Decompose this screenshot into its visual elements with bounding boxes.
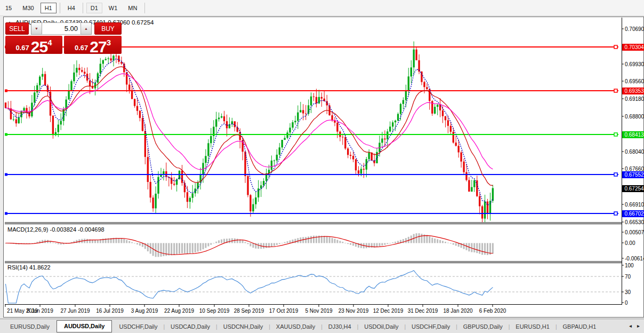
sell-price-box[interactable]: 0.67 25 4: [5, 36, 62, 54]
price-axis-label: 0.66910: [625, 201, 644, 208]
tab-usdchf-daily[interactable]: USDCHF,Daily: [113, 322, 163, 332]
price-axis-label: 0.68800: [625, 113, 644, 120]
buy-price-big: 27: [90, 39, 106, 54]
date-axis-label: 6 Feb 2020: [479, 308, 506, 314]
rsi-line: [6, 271, 493, 303]
tab-usdcad-daily[interactable]: USDCAD,Daily: [165, 322, 216, 332]
sell-price-prefix: 0.67: [15, 44, 29, 52]
price-axis-label: 0.67552: [622, 171, 644, 178]
date-axis-label: 3 Aug 2019: [131, 308, 158, 314]
date-axis-label: 5 Nov 2019: [305, 308, 332, 314]
pane-borders: [5, 18, 622, 305]
volume-stepper-up[interactable]: ▲: [81, 22, 92, 35]
rsi-indicator-label: RSI(14) 41.8622: [7, 264, 51, 271]
rsi-axis-label: 30: [625, 289, 631, 296]
price-axis-label: 0.66702: [622, 210, 644, 217]
date-axis-label: 16 Jul 2019: [96, 308, 124, 314]
date-axis-label: 10 Sep 2019: [199, 308, 230, 314]
date-axis-label: 12 Dec 2019: [373, 308, 404, 314]
tab-usdchf-daily[interactable]: USDCHF,Daily: [406, 322, 456, 332]
timeframe-d1[interactable]: D1: [86, 3, 102, 13]
buy-button[interactable]: BUY: [94, 22, 122, 35]
macd-axis-label: 0.005076: [625, 229, 644, 236]
rsi-axis-label: 0: [625, 299, 628, 306]
horizontal-line-objects[interactable]: [5, 45, 618, 215]
sell-price-big: 25: [31, 39, 47, 54]
tab-scroll-arrows: ◂▸: [624, 323, 640, 329]
chart-tabs-row: EURUSD,DailyAUDUSD,DailyUSDCHF,Daily|USD…: [0, 319, 644, 332]
timeframe-w1[interactable]: W1: [104, 3, 122, 13]
timeframe-h4[interactable]: H4: [63, 3, 79, 13]
price-axis-label: 0.69560: [625, 78, 644, 85]
toolbar-separator: [83, 3, 83, 13]
price-axis-label: 0.66530: [625, 219, 644, 226]
toolbar-separator: [144, 3, 145, 13]
macd-histogram: [5, 233, 494, 257]
toolbar-separator: [60, 3, 60, 13]
tab-audusd-daily[interactable]: AUDUSD,Daily: [57, 320, 112, 332]
date-axis-label: 18 Jan 2020: [443, 308, 472, 314]
tab-eurusd-daily[interactable]: EURUSD,Daily: [4, 322, 55, 332]
macd-axis-label: -0.00614: [625, 255, 644, 262]
current-price-label: 0.67254: [622, 185, 644, 192]
volume-input[interactable]: 5.00: [42, 22, 81, 35]
timeframe-toolbar: 15M30H1H4D1W1MN: [0, 0, 644, 16]
price-axis-label: 0.69180: [625, 96, 644, 102]
arrow-down-icon: ▼: [35, 27, 38, 30]
buy-price-box[interactable]: 0.67 27 3: [64, 36, 122, 54]
arrow-up-icon: ▲: [84, 27, 88, 30]
macd-axis-label: 0.00: [625, 240, 635, 247]
rsi-axis-label: 70: [625, 273, 631, 280]
sell-price-sup: 4: [47, 38, 52, 47]
date-axis-label: 23 Nov 2019: [339, 308, 369, 314]
price-axis-label: 0.68413: [622, 131, 644, 138]
date-axis-label: 31 Dec 2019: [408, 308, 438, 314]
timeframe-mn[interactable]: MN: [124, 3, 141, 13]
timeframe-h1[interactable]: H1: [41, 3, 57, 13]
timeframe-m30[interactable]: M30: [18, 3, 38, 13]
sell-button[interactable]: SELL: [5, 22, 29, 35]
price-axis-label: 0.69353: [622, 88, 644, 94]
price-axis-label: 0.69930: [625, 61, 644, 68]
tab-scroll-left-icon[interactable]: ◂: [629, 323, 632, 329]
buy-price-sup: 3: [107, 38, 111, 47]
tab-eurusd-h1[interactable]: EURUSD,H1: [510, 322, 556, 332]
tab-xauusd-daily[interactable]: XAUUSD,Daily: [270, 322, 321, 332]
macd-indicator-label: MACD(12,26,9) -0.003824 -0.004698: [7, 226, 104, 233]
price-axis-label: 0.70304: [622, 44, 644, 51]
date-axis-label: 8 Jun 2019: [27, 308, 53, 314]
rsi-gridlines: [5, 276, 622, 292]
tab-gbpusd-daily[interactable]: GBPUSD,Daily: [457, 322, 509, 332]
tab-gbpaud-h1[interactable]: GBPAUD,H1: [557, 322, 602, 332]
tab-dj30-h4[interactable]: DJ30,H4: [323, 322, 357, 332]
candlesticks: [5, 42, 494, 223]
buy-price-prefix: 0.67: [75, 44, 88, 52]
one-click-trade-panel: SELL ▼ 5.00 ▲ BUY 0.67 25 4 0.67 27 3: [5, 22, 122, 54]
tab-usdoil-daily[interactable]: USDOil,Daily: [358, 322, 404, 332]
moving-averages: [6, 59, 493, 205]
date-axis-label: 27 Jun 2019: [60, 308, 90, 314]
date-axis-label: 22 Aug 2019: [164, 308, 194, 314]
chart-tabs-bar: EURUSD,DailyAUDUSD,DailyUSDCHF,Daily|USD…: [0, 319, 644, 333]
axis-ticks: [5, 29, 624, 307]
date-axis-label: 28 Sep 2019: [234, 308, 264, 314]
price-axis-label: 0.70690: [625, 26, 644, 33]
timeframe-15[interactable]: 15: [1, 3, 16, 13]
timeframe-buttons-row: 15M30H1H4D1W1MN: [0, 0, 644, 15]
volume-stepper-down[interactable]: ▼: [31, 22, 42, 35]
date-axis-label: 17 Oct 2019: [269, 308, 298, 314]
tab-usdcnh-daily[interactable]: USDCNH,Daily: [218, 322, 269, 332]
tab-scroll-right-icon[interactable]: ▸: [637, 323, 640, 329]
rsi-axis-label: 100: [625, 262, 634, 269]
price-axis-label: 0.68040: [625, 148, 644, 155]
